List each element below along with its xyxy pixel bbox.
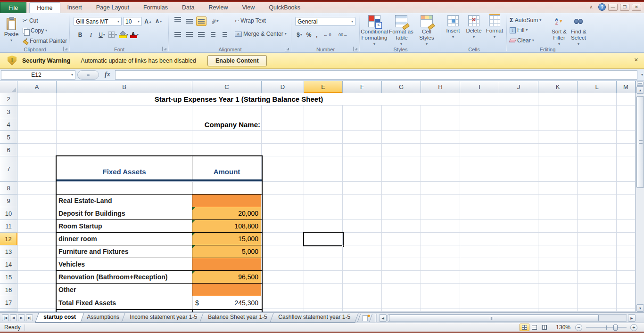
font-name-combo[interactable]: Gill Sans MT▾ (74, 17, 122, 26)
cell-styles-button[interactable]: Cell Styles ▾ (415, 15, 438, 46)
zoom-out-button[interactable]: − (575, 324, 582, 331)
row-header-8[interactable]: 8 (0, 182, 17, 195)
table-total-row[interactable]: Total Fixed Assets$245,300 (57, 296, 262, 309)
percent-style-button[interactable]: % (306, 30, 312, 39)
restore-button[interactable]: ❐ (620, 4, 629, 11)
row-header-13[interactable]: 13 (0, 245, 17, 258)
increase-decimal-button[interactable]: ←.0 (322, 32, 333, 38)
name-box-resize-grip[interactable] (77, 70, 99, 80)
table-cell-item-label[interactable]: Renovation (Bathroom+Reception) (57, 271, 192, 283)
insert-worksheet-button[interactable] (357, 314, 373, 322)
column-header-J[interactable]: J (499, 81, 538, 93)
table-total-amount[interactable]: $245,300 (192, 296, 261, 309)
table-cell-item-label[interactable]: dinner room (57, 233, 192, 245)
table-cell-amount[interactable] (192, 258, 261, 270)
format-painter-button[interactable]: Format Painter (23, 38, 67, 44)
close-button[interactable]: ✕ (632, 4, 641, 11)
sheet-tab-cashflow-statement-year-1-5[interactable]: Cashflow statement year 1-5 (270, 313, 358, 323)
table-cell-amount[interactable]: 5,000 (192, 245, 261, 258)
column-header-F[interactable]: F (343, 81, 382, 93)
scroll-up-button[interactable]: ▲ (636, 86, 644, 94)
table-cell-item-label[interactable]: Deposit for Buildings (57, 207, 192, 219)
fill-handle[interactable] (342, 245, 345, 247)
decrease-indent-button[interactable] (208, 30, 218, 39)
merge-center-button[interactable]: a Merge & Center ▾ (235, 31, 287, 37)
column-header-B[interactable]: B (57, 81, 192, 93)
format-cells-button[interactable]: Format ▾ (485, 15, 504, 46)
column-header-D[interactable]: D (262, 81, 304, 93)
clear-button[interactable]: Clear ▾ (510, 37, 534, 44)
decrease-decimal-button[interactable]: .00→ (336, 32, 349, 38)
enable-content-button[interactable]: Enable Content (207, 55, 267, 66)
top-align-button[interactable] (173, 16, 183, 26)
row-header-7[interactable]: 7 (0, 156, 17, 182)
find-select-button[interactable]: Find & Select ▾ (569, 15, 588, 46)
page-layout-view-button[interactable] (529, 324, 539, 331)
expand-formula-bar-icon[interactable]: ▾ (641, 73, 643, 77)
row-header-partial[interactable] (0, 309, 17, 312)
table-cell-item-label[interactable]: Room Startup (57, 220, 192, 232)
sort-filter-button[interactable]: AZ ▼ Sort & Filter ▾ (549, 15, 569, 46)
table-cell-amount[interactable]: 15,000 (192, 233, 261, 245)
row-header-16[interactable]: 16 (0, 284, 17, 296)
column-header-I[interactable]: I (460, 81, 499, 93)
normal-view-button[interactable] (520, 324, 529, 331)
ribbon-tab-view[interactable]: View (235, 2, 262, 13)
zoom-slider-thumb[interactable] (613, 325, 618, 331)
last-sheet-button[interactable]: ▶| (26, 314, 33, 321)
table-cell-item-label[interactable]: Vehicles (57, 258, 192, 270)
table-row[interactable]: Renovation (Bathroom+Reception)96,500 (57, 271, 262, 284)
tab-splitter[interactable] (375, 314, 377, 322)
row-header-10[interactable]: 10 (0, 207, 17, 220)
column-header-G[interactable]: G (382, 81, 421, 93)
middle-align-button[interactable] (184, 16, 195, 26)
vscroll-thumb[interactable] (636, 96, 644, 188)
table-cell-amount[interactable] (192, 284, 261, 296)
table-row[interactable]: Furniture and Fixtures5,000 (57, 245, 262, 258)
zoom-slider[interactable] (586, 327, 627, 328)
table-cell-item-label[interactable]: Real Estate-Land (57, 195, 192, 207)
row-header-9[interactable]: 9 (0, 195, 17, 207)
zoom-in-button[interactable]: + (630, 324, 637, 331)
ribbon-tab-file[interactable]: File (0, 2, 26, 13)
align-left-button[interactable] (173, 30, 183, 39)
row-header-2[interactable]: 2 (0, 93, 17, 106)
table-cell-item-label[interactable]: Furniture and Fixtures (57, 245, 192, 258)
align-right-button[interactable] (196, 30, 206, 39)
table-cell-amount[interactable]: 96,500 (192, 271, 261, 283)
number-format-combo[interactable]: General▾ (295, 17, 355, 26)
column-header-E[interactable]: E (304, 81, 343, 93)
table-cell-amount[interactable]: 108,800 (192, 220, 261, 232)
table-cell-label[interactable] (57, 182, 192, 194)
row-header-6[interactable]: 6 (0, 144, 17, 156)
insert-function-button[interactable]: fx (105, 71, 110, 78)
alignment-dialog-launcher[interactable] (285, 47, 289, 51)
page-break-view-button[interactable] (539, 324, 549, 331)
bottom-align-button[interactable] (196, 16, 206, 26)
hscroll-track[interactable] (388, 314, 627, 322)
help-button[interactable]: ? (598, 3, 606, 11)
grid-body[interactable]: Start-up Expenses Year 1 (Starting Balan… (17, 93, 636, 312)
italic-button[interactable]: I (86, 30, 96, 39)
fill-color-button[interactable]: ▾ (119, 30, 128, 39)
scrollbar-split-handle[interactable] (637, 81, 644, 86)
hscroll-left-button[interactable]: ◀ (379, 314, 387, 322)
underline-button[interactable]: U▾ (97, 30, 107, 39)
vertical-scrollbar[interactable]: ▲ ▼ (636, 81, 644, 312)
table-cell-amount[interactable]: 20,000 (192, 207, 261, 219)
wrap-text-button[interactable]: ↩ Wrap Text (235, 17, 266, 24)
ribbon-tab-quickbooks[interactable]: QuickBooks (262, 2, 307, 13)
table-row[interactable]: Deposit for Buildings20,000 (57, 207, 262, 220)
accounting-format-button[interactable]: $▾ (296, 30, 303, 39)
column-header-K[interactable]: K (538, 81, 578, 93)
collapse-ribbon-button[interactable]: ∧ (586, 4, 596, 11)
row-header-15[interactable]: 15 (0, 271, 17, 284)
security-bar-close-icon[interactable]: ✕ (634, 57, 638, 63)
table-row[interactable]: Vehicles (57, 258, 262, 271)
table-row[interactable]: dinner room15,000 (57, 233, 262, 245)
paste-button[interactable]: Paste ▾ (2, 15, 20, 45)
previous-sheet-button[interactable]: ◀ (10, 314, 17, 321)
table-header-amount[interactable]: Amount (192, 156, 261, 179)
orientation-button[interactable]: ab▾ (208, 16, 222, 26)
cut-button[interactable]: ✂ Cut (23, 17, 38, 24)
